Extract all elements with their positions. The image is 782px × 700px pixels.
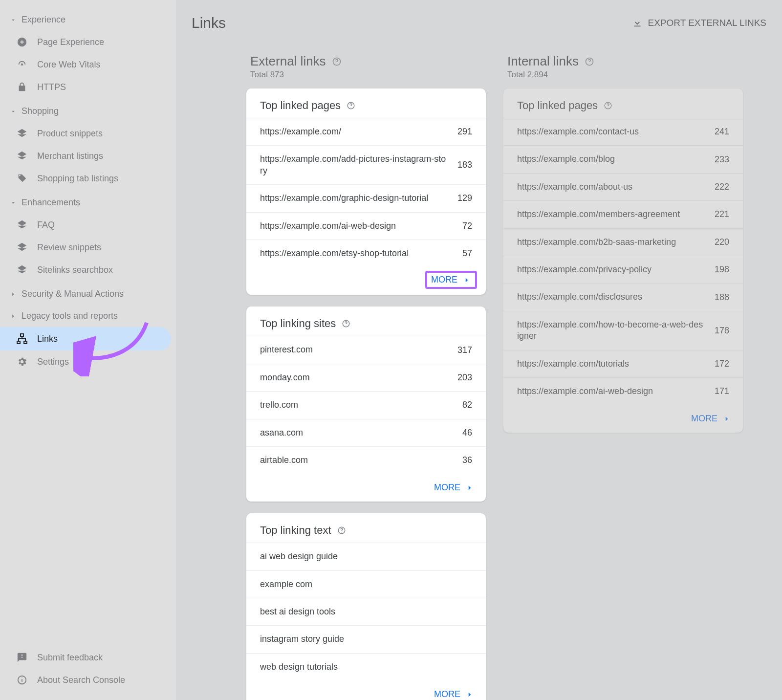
help-icon[interactable] — [585, 57, 594, 66]
chevron-down-icon — [10, 17, 17, 23]
row-count: 72 — [462, 221, 472, 231]
sidebar-item-https[interactable]: HTTPS — [0, 76, 176, 98]
row-count: 221 — [715, 209, 729, 219]
more-button[interactable]: MORE — [424, 270, 478, 290]
row-count: 291 — [457, 127, 472, 137]
card-title: Top linking sites — [260, 317, 336, 330]
more-button[interactable]: MORE — [246, 474, 486, 502]
sidebar-item-label: Merchant listings — [37, 151, 103, 161]
help-icon[interactable] — [604, 101, 612, 110]
list-item[interactable]: https://example.com/how-to-become-a-web-… — [503, 311, 743, 350]
list-item[interactable]: web design tutorials — [246, 653, 486, 680]
more-button[interactable]: MORE — [503, 405, 743, 433]
list-item[interactable]: https://example.com/ai-web-design171 — [503, 377, 743, 405]
row-count: 171 — [715, 386, 729, 396]
sidebar-item-shopping-tab-listings[interactable]: Shopping tab listings — [0, 167, 176, 190]
external-links-column: External links Total 873 Top linked page… — [246, 54, 486, 700]
sidebar-group-security[interactable]: Security & Manual Actions — [0, 283, 176, 305]
plus-circle-icon — [16, 37, 28, 47]
row-url: https://example.com/disclosures — [517, 291, 715, 303]
row-count: 82 — [462, 400, 472, 410]
list-item[interactable]: trello.com82 — [246, 391, 486, 418]
help-icon[interactable] — [342, 319, 350, 328]
layers-icon — [16, 242, 28, 253]
sidebar-item-page-experience[interactable]: Page Experience — [0, 31, 176, 53]
sidebar-group-shopping[interactable]: Shopping — [0, 100, 176, 122]
list-item[interactable]: https://example.com/about-us222 — [503, 173, 743, 200]
list-item[interactable]: monday.com203 — [246, 364, 486, 391]
more-label: MORE — [431, 275, 457, 285]
external-links-title: External links — [250, 54, 326, 69]
sidebar-item-review-snippets[interactable]: Review snippets — [0, 236, 176, 259]
list-item[interactable]: example com — [246, 570, 486, 598]
sidebar-item-label: HTTPS — [37, 82, 66, 92]
sidebar-item-core-web-vitals[interactable]: Core Web Vitals — [0, 53, 176, 76]
list-item[interactable]: https://example.com/add-pictures-instagr… — [246, 145, 486, 184]
export-external-links-button[interactable]: EXPORT EXTERNAL LINKS — [632, 18, 766, 28]
sidebar-item-about[interactable]: About Search Console — [0, 669, 176, 691]
more-label: MORE — [691, 414, 717, 424]
chevron-right-icon — [465, 690, 474, 699]
sidebar-item-label: Shopping tab listings — [37, 174, 118, 184]
top-linked-pages-card: Top linked pages https://example.com/291… — [246, 88, 486, 295]
sidebar-group-enhancements[interactable]: Enhancements — [0, 192, 176, 214]
list-item[interactable]: airtable.com36 — [246, 446, 486, 474]
row-url: monday.com — [260, 372, 457, 383]
sidebar-item-label: Page Experience — [37, 37, 104, 47]
sidebar-group-legacy[interactable]: Legacy tools and reports — [0, 305, 176, 327]
internal-top-linked-pages-card: Top linked pages https://example.com/con… — [503, 88, 743, 433]
list-item[interactable]: pinterest.com317 — [246, 336, 486, 363]
list-item[interactable]: https://example.com/members-agreement221 — [503, 200, 743, 228]
list-item[interactable]: asana.com46 — [246, 419, 486, 446]
sidebar-item-label: Sitelinks searchbox — [37, 265, 113, 275]
help-icon[interactable] — [337, 526, 346, 535]
sidebar-group-experience[interactable]: Experience — [0, 9, 176, 31]
list-item[interactable]: https://example.com/b2b-saas-marketing22… — [503, 228, 743, 256]
help-icon[interactable] — [347, 101, 355, 110]
list-item[interactable]: https://example.com/ai-web-design72 — [246, 212, 486, 240]
more-button[interactable]: MORE — [246, 680, 486, 700]
list-item[interactable]: ai web design guide — [246, 543, 486, 570]
list-item[interactable]: https://example.com/etsy-shop-tutorial57 — [246, 240, 486, 267]
sidebar-item-product-snippets[interactable]: Product snippets — [0, 122, 176, 145]
sidebar-item-feedback[interactable]: Submit feedback — [0, 646, 176, 669]
sidebar-item-links[interactable]: Links — [0, 327, 171, 350]
list-item[interactable]: https://example.com/tutorials172 — [503, 350, 743, 377]
layers-icon — [16, 219, 28, 230]
list-item[interactable]: https://example.com/blog233 — [503, 145, 743, 173]
row-count: 188 — [715, 292, 729, 303]
row-count: 57 — [462, 248, 472, 259]
chevron-right-icon — [10, 291, 17, 298]
list-item[interactable]: https://example.com/privacy-policy198 — [503, 256, 743, 283]
sidebar-item-faq[interactable]: FAQ — [0, 214, 176, 236]
row-url: airtable.com — [260, 455, 462, 466]
row-count: 220 — [715, 237, 729, 247]
row-url: trello.com — [260, 399, 462, 411]
row-url: https://example.com/blog — [517, 153, 715, 165]
list-item[interactable]: https://example.com/disclosures188 — [503, 283, 743, 310]
svg-rect-2 — [24, 341, 27, 344]
sidebar-item-sitelinks-searchbox[interactable]: Sitelinks searchbox — [0, 259, 176, 281]
export-label: EXPORT EXTERNAL LINKS — [648, 18, 766, 28]
content: Links EXPORT EXTERNAL LINKS External lin… — [176, 0, 782, 700]
sidebar-item-settings[interactable]: Settings — [0, 350, 176, 373]
list-item[interactable]: https://example.com/291 — [246, 118, 486, 145]
card-title: Top linking text — [260, 524, 331, 537]
list-item[interactable]: https://example.com/graphic-design-tutor… — [246, 184, 486, 212]
download-icon — [632, 18, 643, 28]
svg-rect-0 — [21, 334, 23, 336]
list-item[interactable]: instagram story guide — [246, 625, 486, 653]
list-item[interactable]: https://example.com/contact-us241 — [503, 118, 743, 145]
row-count: 241 — [715, 127, 729, 137]
row-url: web design tutorials — [260, 661, 472, 673]
sidebar-item-label: Submit feedback — [37, 653, 103, 663]
sidebar-item-merchant-listings[interactable]: Merchant listings — [0, 145, 176, 167]
row-count: 203 — [457, 372, 472, 383]
chevron-right-icon — [10, 313, 17, 320]
page-title: Links — [192, 15, 226, 31]
layers-icon — [16, 128, 28, 139]
row-url: https://example.com/how-to-become-a-web-… — [517, 319, 715, 342]
list-item[interactable]: best ai design tools — [246, 598, 486, 625]
help-icon[interactable] — [332, 57, 342, 66]
feedback-icon — [16, 652, 28, 663]
